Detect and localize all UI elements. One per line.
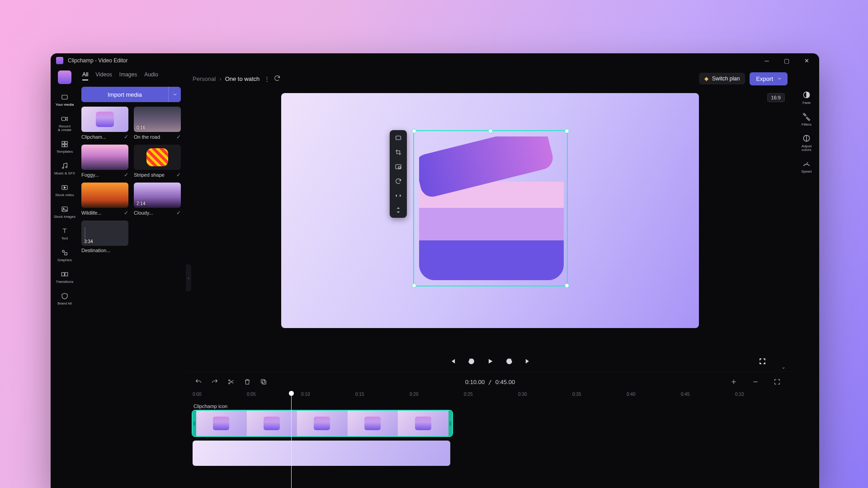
media-item[interactable]: Foggy...✓	[81, 145, 128, 178]
preview-canvas[interactable]	[281, 93, 699, 328]
skip-fwd-button[interactable]	[505, 357, 514, 366]
rail-stock-images[interactable]: Stock images	[52, 202, 77, 222]
svg-rect-9	[62, 207, 67, 212]
import-media-group: Import media	[81, 87, 181, 102]
timeline: 0:10.00 / 0:45.00 ⌄ 0:000:050:100:150:20…	[186, 371, 794, 488]
rail-brand-kit[interactable]: Brand kit	[52, 289, 77, 309]
minimize-button[interactable]: ─	[757, 53, 777, 68]
media-item[interactable]: Striped shape✓	[134, 145, 181, 178]
tab-videos[interactable]: Videos	[95, 71, 112, 80]
clip-toolbar	[390, 130, 407, 218]
import-media-button[interactable]: Import media	[81, 87, 168, 102]
import-media-dropdown[interactable]	[168, 87, 181, 102]
tab-all[interactable]: All	[82, 71, 88, 80]
media-item[interactable]: 3:34Destination...	[81, 221, 128, 253]
close-button[interactable]: ✕	[797, 53, 816, 68]
prop-fade[interactable]: Fade	[802, 90, 811, 105]
rail-record[interactable]: Record & create	[52, 112, 77, 136]
rail-your-media[interactable]: Your media	[52, 90, 77, 110]
playback-controls	[186, 351, 794, 371]
clip-trim-left[interactable]: ||	[193, 411, 196, 436]
split-button[interactable]	[225, 376, 237, 388]
resize-handle[interactable]	[565, 283, 569, 288]
media-item[interactable]: 0:16On the road✓	[134, 107, 181, 140]
media-item[interactable]: Wildlife...✓	[81, 183, 128, 216]
media-panel: All Videos Images Audio Import media Cli…	[79, 68, 186, 488]
svg-point-6	[62, 167, 64, 169]
rail-templates[interactable]: Templates	[52, 137, 77, 157]
rotate-icon[interactable]	[393, 176, 403, 186]
zoom-fit-button[interactable]	[771, 376, 783, 388]
export-button[interactable]: Export	[750, 72, 788, 85]
ruler-tick: 0:05	[247, 392, 255, 397]
tab-images[interactable]: Images	[119, 71, 137, 80]
crop-icon[interactable]	[393, 147, 403, 157]
media-item[interactable]: 2:14Cloudy...✓	[134, 183, 181, 216]
resize-handle[interactable]	[565, 129, 569, 133]
svg-rect-12	[65, 253, 67, 255]
next-frame-button[interactable]	[524, 357, 533, 366]
pip-icon[interactable]	[393, 162, 403, 172]
video-track-1[interactable]: || ||	[193, 411, 788, 436]
add-track-button[interactable]	[728, 376, 740, 388]
rail-transitions[interactable]: Transitions	[52, 267, 77, 287]
svg-rect-3	[65, 141, 67, 144]
kebab-menu-icon[interactable]: ⋮	[264, 75, 270, 82]
flip-horizontal-icon[interactable]	[393, 191, 403, 201]
timeline-clip[interactable]	[193, 441, 450, 466]
maximize-button[interactable]: ▢	[777, 53, 797, 68]
media-item[interactable]: Clipcham...✓	[81, 107, 128, 140]
ruler-tick: 0:10	[735, 392, 744, 397]
rail-stock-video[interactable]: Stock video	[52, 181, 77, 201]
playback-time: 0:10.00 / 0:45.00	[465, 379, 515, 385]
resize-handle[interactable]	[488, 129, 493, 133]
rail-text[interactable]: Text	[52, 224, 77, 244]
svg-point-11	[62, 250, 65, 253]
svg-rect-5	[65, 145, 67, 147]
svg-point-19	[229, 383, 230, 384]
svg-rect-14	[65, 272, 68, 276]
tab-audio[interactable]: Audio	[144, 71, 158, 80]
app-window: Clipchamp - Video Editor ─ ▢ ✕ Your medi…	[51, 53, 819, 488]
svg-rect-2	[62, 141, 64, 144]
undo-button[interactable]	[193, 376, 204, 388]
timeline-toolbar: 0:10.00 / 0:45.00 ⌄	[186, 372, 794, 392]
redo-button[interactable]	[209, 376, 221, 388]
rail-graphics[interactable]: Graphics	[52, 246, 77, 266]
delete-button[interactable]	[241, 376, 253, 388]
ruler-tick: 0:35	[572, 392, 581, 397]
playhead[interactable]	[291, 392, 292, 488]
titlebar: Clipchamp - Video Editor ─ ▢ ✕	[51, 53, 819, 68]
project-name[interactable]: One to watch	[225, 75, 260, 82]
fullscreen-button[interactable]	[758, 357, 767, 366]
breadcrumb-root[interactable]: Personal	[193, 75, 216, 82]
skip-back-button[interactable]	[467, 357, 476, 366]
play-button[interactable]	[486, 357, 495, 366]
fit-icon[interactable]	[393, 133, 403, 143]
prop-filters[interactable]: Filters	[802, 112, 811, 127]
video-track-2[interactable]	[193, 441, 788, 466]
sync-icon[interactable]	[274, 75, 281, 83]
prop-speed[interactable]: Speed	[801, 159, 811, 174]
flip-vertical-icon[interactable]	[393, 205, 403, 215]
duplicate-button[interactable]	[258, 376, 269, 388]
switch-plan-button[interactable]: ◆Switch plan	[699, 73, 745, 84]
resize-handle[interactable]	[412, 283, 416, 288]
time-ruler[interactable]: 0:000:050:100:150:200:250:300:350:400:45…	[186, 392, 794, 401]
svg-rect-17	[398, 167, 401, 168]
zoom-out-button[interactable]	[750, 376, 761, 388]
clip-trim-right[interactable]: ||	[448, 411, 452, 436]
aspect-ratio-button[interactable]: 16:9	[767, 93, 785, 102]
ruler-tick: 0:40	[627, 392, 635, 397]
window-title: Clipchamp - Video Editor	[68, 57, 128, 64]
timeline-clip[interactable]: || ||	[193, 411, 452, 436]
resize-handle[interactable]	[412, 129, 416, 133]
rail-music[interactable]: Music & SFX	[52, 159, 77, 179]
prop-adjust-colors[interactable]: Adjust colors	[802, 134, 811, 152]
selection-box[interactable]	[413, 130, 568, 286]
ruler-tick: 0:30	[518, 392, 527, 397]
prev-frame-button[interactable]	[448, 357, 457, 366]
ruler-tick: 0:45	[681, 392, 689, 397]
chevron-down-icon[interactable]: ⌄	[781, 364, 786, 370]
app-icon	[56, 57, 63, 64]
